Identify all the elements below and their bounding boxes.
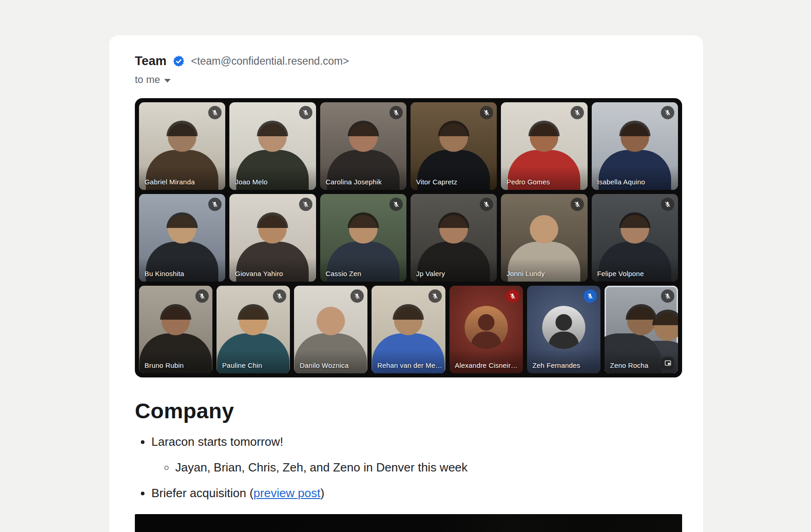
avatar <box>465 306 508 349</box>
participant-name: Vitor Capretz <box>416 178 457 186</box>
participant-tile: Rehan van der Me… <box>372 286 445 373</box>
participant-name: Cassio Zen <box>326 270 361 277</box>
participant-tile: Giovana Yahiro <box>229 194 316 282</box>
sender-address: <team@confidential.resend.com> <box>191 55 349 67</box>
mic-off-icon <box>389 106 403 119</box>
list-item-text: ) <box>321 486 325 500</box>
participant-name: Danilo Woznica <box>300 361 349 369</box>
chevron-down-icon <box>164 79 171 83</box>
participant-name: Bu Kinoshita <box>144 270 184 277</box>
preview-post-link[interactable]: preview post <box>254 486 321 500</box>
participant-name: Alexandre Cisneir… <box>455 361 518 369</box>
participant-name: Carolina Josephik <box>326 178 382 186</box>
list-item-text: Jayan, Brian, Chris, Zeh, and Zeno in De… <box>175 460 467 474</box>
call-grid-row-2: Bu Kinoshita Giovana Yahiro Cassio Zen J… <box>139 194 678 282</box>
email-card: Team <team@confidential.resend.com> to m… <box>109 35 703 532</box>
participant-name: Pedro Gomes <box>506 178 550 186</box>
participant-tile: Vitor Capretz <box>411 102 497 190</box>
participant-tile: Joao Melo <box>229 102 316 190</box>
participant-tile: Isabella Aquino <box>592 102 678 190</box>
participant-tile: Bruno Rubin <box>139 286 212 373</box>
recipient-dropdown[interactable]: to me <box>135 74 171 86</box>
participant-name: Zeno Rocha <box>610 361 649 369</box>
video-call-screenshot[interactable]: Gabriel Miranda Joao Melo Carolina Josep… <box>135 98 682 377</box>
participant-name: Pauline Chin <box>222 361 262 369</box>
participant-name: Zeh Fernandes <box>533 361 580 369</box>
participant-name: Gabriel Miranda <box>144 178 195 186</box>
section-heading: Company <box>135 399 682 423</box>
participant-name: Jp Valery <box>416 270 445 277</box>
mic-off-icon <box>299 198 312 211</box>
call-grid-row-1: Gabriel Miranda Joao Melo Carolina Josep… <box>139 102 678 190</box>
participant-tile-active-speaker: Zeno Rocha <box>605 286 678 373</box>
mic-off-icon <box>583 289 597 303</box>
mic-off-icon <box>389 198 403 211</box>
mic-off-icon <box>661 289 674 303</box>
participant-name: Felipe Volpone <box>597 270 644 277</box>
participant-name: Joao Melo <box>235 178 267 186</box>
participant-tile-camera-off: Alexandre Cisneir… <box>450 286 523 373</box>
call-grid-row-3: Bruno Rubin Pauline Chin Danilo Woznica … <box>139 286 678 373</box>
participant-tile: Pauline Chin <box>217 286 290 373</box>
list-item: Briefer acquisition (preview post) <box>151 486 682 500</box>
participant-name: Jonni Lundy <box>506 270 544 277</box>
mic-off-icon <box>428 289 442 303</box>
participant-name: Isabella Aquino <box>597 178 645 186</box>
mic-off-icon <box>571 106 584 119</box>
sender-name: Team <box>135 54 167 68</box>
participant-tile: Jp Valery <box>411 194 497 282</box>
participant-tile: Bu Kinoshita <box>139 194 225 282</box>
email-sender-row: Team <team@confidential.resend.com> <box>135 54 682 68</box>
mic-off-icon <box>661 106 674 119</box>
mic-off-icon <box>299 106 312 119</box>
mic-off-icon <box>661 198 674 211</box>
participant-tile: Gabriel Miranda <box>139 102 225 190</box>
bullet-sublist: Jayan, Brian, Chris, Zeh, and Zeno in De… <box>151 460 682 475</box>
picture-in-picture-icon <box>661 357 674 370</box>
participant-tile: Felipe Volpone <box>592 194 678 282</box>
participant-tile: Jonni Lundy <box>501 194 587 282</box>
bullet-list: Laracon starts tomorrow! Jayan, Brian, C… <box>135 434 682 500</box>
participant-tile-camera-off: Zeh Fernandes <box>527 286 600 373</box>
participant-name: Rehan van der Me… <box>377 361 442 369</box>
mic-off-icon <box>571 198 584 211</box>
mic-off-icon <box>506 289 519 303</box>
participant-tile: Cassio Zen <box>320 194 406 282</box>
recipient-label: to me <box>135 74 160 86</box>
participant-name: Bruno Rubin <box>144 361 184 369</box>
avatar <box>542 306 585 349</box>
list-item: Jayan, Brian, Chris, Zeh, and Zeno in De… <box>175 460 682 475</box>
attachment-image-dark[interactable] <box>135 514 682 532</box>
participant-tile: Carolina Josephik <box>320 102 406 190</box>
verified-icon <box>172 55 185 67</box>
list-item-text: Briefer acquisition ( <box>151 486 254 500</box>
participant-tile: Pedro Gomes <box>501 102 587 190</box>
participant-name: Giovana Yahiro <box>235 270 283 277</box>
mic-off-icon <box>195 289 209 303</box>
list-item: Laracon starts tomorrow! Jayan, Brian, C… <box>151 434 682 475</box>
list-item-text: Laracon starts tomorrow! <box>151 435 283 449</box>
participant-tile: Danilo Woznica <box>294 286 367 373</box>
